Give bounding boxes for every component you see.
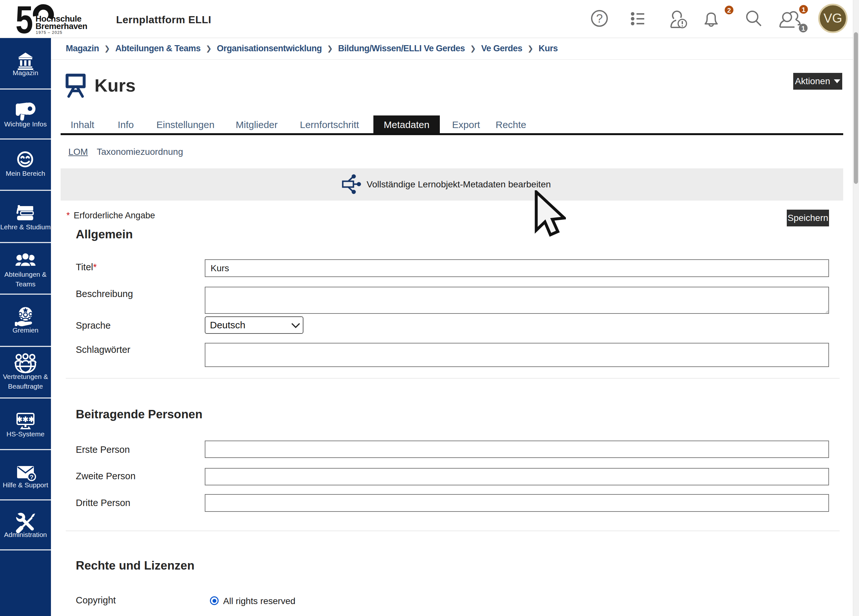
svg-text:Beauftragte: Beauftragte [8, 383, 43, 390]
svg-text:?: ? [596, 12, 603, 25]
svg-text:Wichtige Infos: Wichtige Infos [4, 120, 47, 128]
svg-text:VG: VG [823, 11, 842, 25]
svg-text:1: 1 [801, 6, 806, 13]
svg-text:1975 – 2025: 1975 – 2025 [36, 30, 62, 35]
svg-text:HS-Systeme: HS-Systeme [6, 430, 44, 438]
svg-text:Hilfe & Support: Hilfe & Support [3, 481, 48, 489]
svg-text:Abteilungen &: Abteilungen & [5, 270, 47, 278]
svg-text:2: 2 [727, 6, 731, 14]
svg-text:Lehre & Studium: Lehre & Studium [0, 223, 51, 231]
svg-text:Gremien: Gremien [12, 327, 39, 334]
svg-text:Mein Bereich: Mein Bereich [6, 170, 45, 177]
svg-text:Magazin: Magazin [12, 69, 38, 77]
svg-text:Teams: Teams [16, 280, 36, 288]
svg-text:Bremerhaven: Bremerhaven [36, 21, 87, 31]
svg-text:1: 1 [801, 25, 805, 32]
svg-text:✱✱✱: ✱✱✱ [16, 415, 34, 424]
svg-text:Administration: Administration [4, 531, 47, 538]
svg-text:?: ? [30, 474, 34, 480]
svg-text:5: 5 [16, 3, 33, 37]
svg-text:Vertretungen &: Vertretungen & [3, 373, 48, 380]
